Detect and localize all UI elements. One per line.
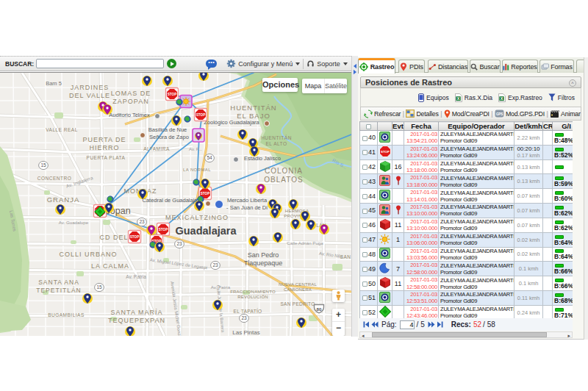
svg-text:15: 15	[96, 284, 102, 290]
svg-text:STOP: STOP	[381, 150, 390, 154]
svg-text:X: X	[501, 96, 503, 101]
svg-text:23: 23	[139, 219, 145, 224]
svg-text:GPS: GPS	[496, 112, 503, 116]
svg-text:23: 23	[212, 262, 218, 268]
svg-text:23: 23	[241, 315, 247, 320]
svg-text:X: X	[457, 96, 460, 101]
svg-text:15: 15	[40, 162, 46, 168]
svg-text:23: 23	[176, 241, 182, 246]
svg-text:54: 54	[207, 155, 212, 160]
svg-text:80: 80	[317, 306, 322, 312]
